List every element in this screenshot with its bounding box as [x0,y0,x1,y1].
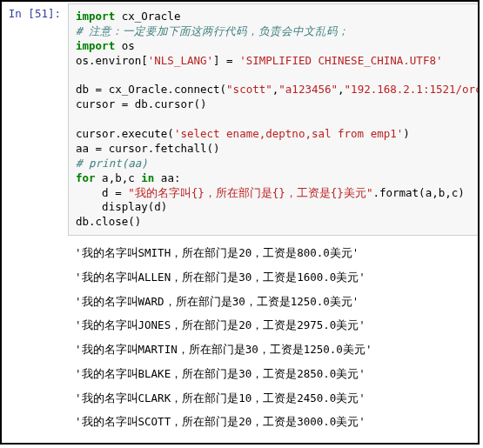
code-input[interactable]: import cx_Oracle # 注意：一定要加下面这两行代码，负责会中文乱… [68,3,480,236]
code-text: db = cx_Oracle.connect( [76,83,226,96]
kw-for: for [76,171,96,184]
output-line: '我的名字叫WARD，所在部门是30，工资是1250.0美元' [75,291,471,312]
code-string: 'SIMPLIFIED CHINESE_CHINA.UTF8' [239,54,442,67]
kw-import: import [76,10,115,23]
code-text: cursor.execute( [76,127,174,140]
code-text: .format(a,b,c) [372,186,464,199]
code-text: display(d) [76,200,167,213]
code-string: 'NLS_LANG' [148,54,213,67]
output-line: '我的名字叫SCOTT，所在部门是20，工资是3000.0美元' [75,411,471,432]
output-line: '我的名字叫CLARK，所在部门是10，工资是2450.0美元' [75,388,471,409]
code-string: "scott" [226,83,272,96]
code-text: cx_Oracle [115,10,180,23]
output-line: '我的名字叫BLAKE，所在部门是30，工资是2850.0美元' [75,364,471,384]
output-line: '我的名字叫ALLEN，所在部门是30，工资是1600.0美元' [75,267,471,288]
output-line: '我的名字叫SMITH，所在部门是20，工资是800.0美元' [75,243,471,264]
code-text: , [338,83,345,96]
code-string: "我的名字叫{}，所在部门是{}，工资是{}美元" [128,186,372,199]
code-text: aa: [154,171,180,184]
output-area: '我的名字叫SMITH，所在部门是20，工资是800.0美元' '我的名字叫AL… [68,236,478,432]
code-comment: # print(aa) [76,157,148,170]
code-string: "192.168.2.1:1521/orcl" [345,83,480,96]
code-text: ] = [213,54,239,67]
output-line: '我的名字叫MARTIN，所在部门是30，工资是1250.0美元' [75,339,471,360]
code-string: 'select ename,deptno,sal from emp1' [174,127,403,140]
code-text: os [115,39,135,52]
code-cell: In [51]: import cx_Oracle # 注意：一定要加下面这两行… [2,2,478,236]
code-text: d = [76,186,128,199]
input-prompt: In [51]: [2,2,68,20]
kw-in: in [141,171,154,184]
code-comment: # 注意：一定要加下面这两行代码，负责会中文乱码； [76,24,349,37]
kw-import: import [76,39,115,52]
code-text: a,b,c [96,171,142,184]
code-text: db.close() [76,215,141,228]
code-string: "a123456" [278,83,338,96]
code-text: aa = cursor.fetchall() [76,142,220,155]
code-text: cursor = db.cursor() [76,97,207,110]
notebook-frame: In [51]: import cx_Oracle # 注意：一定要加下面这两行… [0,0,480,445]
code-text: ) [403,127,410,140]
code-text: os.environ[ [76,54,148,67]
output-line: '我的名字叫JONES，所在部门是20，工资是2975.0美元' [75,315,471,336]
